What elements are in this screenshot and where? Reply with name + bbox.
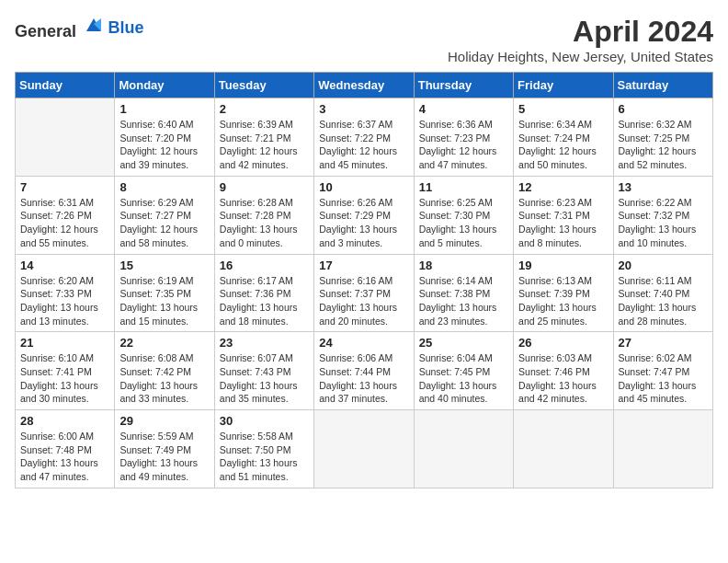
day-info: Sunrise: 6:29 AMSunset: 7:27 PMDaylight:…: [119, 196, 209, 250]
day-info: Sunrise: 6:04 AMSunset: 7:45 PMDaylight:…: [419, 351, 508, 406]
day-info: Sunrise: 6:31 AMSunset: 7:26 PMDaylight:…: [20, 196, 109, 250]
calendar-cell: 3Sunrise: 6:37 AMSunset: 7:22 PMDaylight…: [314, 98, 414, 177]
calendar-cell: 15Sunrise: 6:19 AMSunset: 7:35 PMDayligh…: [115, 254, 214, 332]
day-info: Sunrise: 6:02 AMSunset: 7:47 PMDaylight:…: [619, 351, 708, 406]
calendar-cell: [514, 410, 613, 488]
day-number: 13: [619, 180, 708, 194]
day-number: 1: [119, 102, 209, 116]
day-info: Sunrise: 6:25 AMSunset: 7:30 PMDaylight:…: [419, 196, 508, 250]
day-info: Sunrise: 6:06 AMSunset: 7:44 PMDaylight:…: [319, 351, 408, 406]
day-info: Sunrise: 6:34 AMSunset: 7:24 PMDaylight:…: [518, 118, 608, 172]
calendar-cell: 21Sunrise: 6:10 AMSunset: 7:41 PMDayligh…: [16, 332, 115, 410]
day-info: Sunrise: 6:23 AMSunset: 7:31 PMDaylight:…: [518, 196, 608, 250]
day-number: 6: [619, 102, 708, 116]
calendar-cell: 4Sunrise: 6:36 AMSunset: 7:23 PMDaylight…: [414, 98, 513, 177]
day-number: 16: [220, 259, 309, 272]
day-number: 23: [220, 336, 309, 350]
calendar-cell: [314, 410, 414, 488]
day-info: Sunrise: 6:08 AMSunset: 7:42 PMDaylight:…: [119, 351, 209, 406]
day-number: 5: [518, 102, 608, 116]
calendar-cell: 25Sunrise: 6:04 AMSunset: 7:45 PMDayligh…: [414, 332, 513, 410]
page-header: General Blue April 2024 Holiday Heights,…: [15, 15, 713, 64]
day-number: 4: [419, 102, 508, 116]
day-number: 2: [220, 102, 309, 116]
day-info: Sunrise: 5:58 AMSunset: 7:50 PMDaylight:…: [220, 430, 309, 484]
calendar-cell: 18Sunrise: 6:14 AMSunset: 7:38 PMDayligh…: [414, 254, 513, 332]
calendar-cell: 27Sunrise: 6:02 AMSunset: 7:47 PMDayligh…: [613, 332, 712, 410]
weekday-header: Friday: [514, 73, 613, 98]
calendar-table: SundayMondayTuesdayWednesdayThursdayFrid…: [15, 72, 713, 488]
day-info: Sunrise: 6:28 AMSunset: 7:28 PMDaylight:…: [220, 196, 309, 250]
day-number: 8: [119, 180, 209, 194]
logo-blue: Blue: [108, 18, 144, 38]
day-number: 25: [419, 336, 508, 350]
weekday-header: Wednesday: [314, 73, 414, 98]
day-number: 9: [220, 180, 309, 194]
day-number: 29: [119, 414, 209, 428]
day-info: Sunrise: 6:20 AMSunset: 7:33 PMDaylight:…: [20, 274, 109, 328]
day-number: 17: [319, 259, 408, 272]
calendar-cell: 13Sunrise: 6:22 AMSunset: 7:32 PMDayligh…: [613, 176, 712, 254]
calendar-cell: 6Sunrise: 6:32 AMSunset: 7:25 PMDaylight…: [613, 98, 712, 177]
day-number: 11: [419, 180, 508, 194]
calendar-cell: [16, 98, 115, 177]
day-number: 7: [20, 180, 109, 194]
calendar-cell: 8Sunrise: 6:29 AMSunset: 7:27 PMDaylight…: [115, 176, 214, 254]
subtitle: Holiday Heights, New Jersey, United Stat…: [448, 49, 713, 64]
day-info: Sunrise: 6:26 AMSunset: 7:29 PMDaylight:…: [319, 196, 408, 250]
weekday-header: Sunday: [16, 73, 115, 98]
calendar-cell: 10Sunrise: 6:26 AMSunset: 7:29 PMDayligh…: [314, 176, 414, 254]
day-info: Sunrise: 6:36 AMSunset: 7:23 PMDaylight:…: [419, 118, 508, 172]
logo-icon: [83, 15, 105, 37]
calendar-cell: [414, 410, 513, 488]
day-number: 26: [518, 336, 608, 350]
main-title: April 2024: [448, 15, 713, 49]
calendar-cell: 30Sunrise: 5:58 AMSunset: 7:50 PMDayligh…: [214, 410, 313, 488]
weekday-header: Saturday: [613, 73, 712, 98]
day-number: 15: [119, 259, 209, 272]
calendar-cell: 14Sunrise: 6:20 AMSunset: 7:33 PMDayligh…: [16, 254, 115, 332]
logo-general: General: [15, 22, 76, 40]
calendar-week-row: 28Sunrise: 6:00 AMSunset: 7:48 PMDayligh…: [16, 410, 713, 488]
day-info: Sunrise: 6:22 AMSunset: 7:32 PMDaylight:…: [619, 196, 708, 250]
calendar-cell: 26Sunrise: 6:03 AMSunset: 7:46 PMDayligh…: [514, 332, 613, 410]
calendar-cell: 17Sunrise: 6:16 AMSunset: 7:37 PMDayligh…: [314, 254, 414, 332]
calendar-cell: 23Sunrise: 6:07 AMSunset: 7:43 PMDayligh…: [214, 332, 313, 410]
calendar-cell: 22Sunrise: 6:08 AMSunset: 7:42 PMDayligh…: [115, 332, 214, 410]
logo: General Blue: [15, 15, 144, 41]
day-number: 20: [619, 259, 708, 272]
calendar-cell: 20Sunrise: 6:11 AMSunset: 7:40 PMDayligh…: [613, 254, 712, 332]
weekday-header: Tuesday: [214, 73, 313, 98]
day-info: Sunrise: 6:39 AMSunset: 7:21 PMDaylight:…: [220, 118, 309, 172]
day-number: 18: [419, 259, 508, 272]
day-number: 19: [518, 259, 608, 272]
day-number: 14: [20, 259, 109, 272]
day-info: Sunrise: 5:59 AMSunset: 7:49 PMDaylight:…: [119, 430, 209, 484]
day-info: Sunrise: 6:17 AMSunset: 7:36 PMDaylight:…: [220, 274, 309, 328]
day-number: 10: [319, 180, 408, 194]
day-number: 12: [518, 180, 608, 194]
calendar-header-row: SundayMondayTuesdayWednesdayThursdayFrid…: [16, 73, 713, 98]
weekday-header: Monday: [115, 73, 214, 98]
day-number: 30: [220, 414, 309, 428]
calendar-cell: 5Sunrise: 6:34 AMSunset: 7:24 PMDaylight…: [514, 98, 613, 177]
calendar-cell: 19Sunrise: 6:13 AMSunset: 7:39 PMDayligh…: [514, 254, 613, 332]
day-info: Sunrise: 6:14 AMSunset: 7:38 PMDaylight:…: [419, 274, 508, 328]
calendar-cell: [613, 410, 712, 488]
day-info: Sunrise: 6:11 AMSunset: 7:40 PMDaylight:…: [619, 274, 708, 328]
calendar-cell: 16Sunrise: 6:17 AMSunset: 7:36 PMDayligh…: [214, 254, 313, 332]
weekday-header: Thursday: [414, 73, 513, 98]
day-info: Sunrise: 6:13 AMSunset: 7:39 PMDaylight:…: [518, 274, 608, 328]
calendar-cell: 7Sunrise: 6:31 AMSunset: 7:26 PMDaylight…: [16, 176, 115, 254]
day-info: Sunrise: 6:10 AMSunset: 7:41 PMDaylight:…: [20, 351, 109, 406]
day-info: Sunrise: 6:40 AMSunset: 7:20 PMDaylight:…: [119, 118, 209, 172]
day-number: 24: [319, 336, 408, 350]
calendar-cell: 1Sunrise: 6:40 AMSunset: 7:20 PMDaylight…: [115, 98, 214, 177]
day-info: Sunrise: 6:03 AMSunset: 7:46 PMDaylight:…: [518, 351, 608, 406]
calendar-cell: 2Sunrise: 6:39 AMSunset: 7:21 PMDaylight…: [214, 98, 313, 177]
calendar-cell: 24Sunrise: 6:06 AMSunset: 7:44 PMDayligh…: [314, 332, 414, 410]
day-info: Sunrise: 6:19 AMSunset: 7:35 PMDaylight:…: [119, 274, 209, 328]
day-info: Sunrise: 6:32 AMSunset: 7:25 PMDaylight:…: [619, 118, 708, 172]
calendar-week-row: 1Sunrise: 6:40 AMSunset: 7:20 PMDaylight…: [16, 98, 713, 177]
calendar-week-row: 14Sunrise: 6:20 AMSunset: 7:33 PMDayligh…: [16, 254, 713, 332]
